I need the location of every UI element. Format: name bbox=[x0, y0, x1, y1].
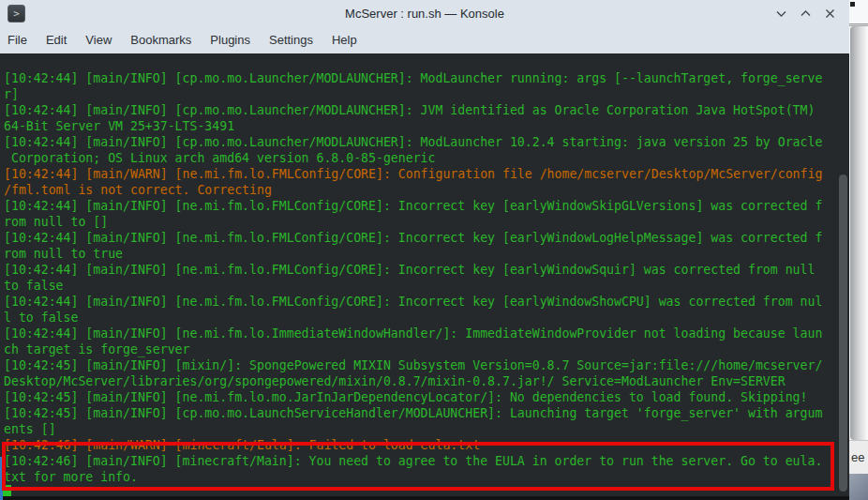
menu-plugins[interactable]: Plugins bbox=[202, 26, 258, 53]
log-line: [10:42:45] [main/INFO] [mixin/]: SpongeP… bbox=[4, 357, 849, 373]
log-line: [10:42:46] [main/INFO] [minecraft/Main]:… bbox=[4, 453, 849, 469]
log-line: [10:42:44] [main/INFO] [ne.mi.fm.lo.FMLC… bbox=[4, 262, 849, 278]
window-bottom-edge bbox=[0, 496, 849, 500]
window-title: McServer : run.sh — Konsole bbox=[0, 0, 849, 26]
log-line: Desktop/McServer/libraries/org/spongepow… bbox=[4, 373, 849, 389]
log-line: rom null to [] bbox=[4, 214, 849, 230]
log-line: l to false bbox=[4, 310, 849, 326]
maximize-button[interactable] bbox=[800, 8, 812, 20]
log-line: Corporation; OS Linux arch amd64 version… bbox=[4, 150, 849, 166]
terminal-output[interactable]: [10:42:44] [main/INFO] [cp.mo.mo.Launche… bbox=[0, 53, 849, 500]
log-line: [10:42:44] [main/INFO] [cp.mo.mo.Launche… bbox=[4, 134, 849, 150]
log-line: [10:42:45] [main/INFO] [cp.mo.mo.LaunchS… bbox=[4, 405, 849, 421]
terminal-scrollbar[interactable] bbox=[837, 53, 848, 500]
minimize-button[interactable] bbox=[775, 8, 787, 20]
log-line: [10:42:46] [main/WARN] [minecraft/Eula]:… bbox=[4, 437, 849, 453]
chevron-down-icon bbox=[775, 8, 787, 20]
menu-view[interactable]: View bbox=[78, 26, 119, 53]
log-line: r] bbox=[4, 86, 849, 102]
scrollbar-thumb[interactable] bbox=[839, 174, 847, 492]
window-controls bbox=[775, 0, 836, 26]
log-line: [10:42:44] [main/INFO] [cp.mo.mo.Launche… bbox=[4, 102, 849, 118]
log-line: [10:42:44] [main/INFO] [ne.mi.fm.lo.FMLC… bbox=[4, 198, 849, 214]
log-line: ents [] bbox=[4, 421, 849, 437]
chevron-up-icon bbox=[800, 8, 812, 20]
konsole-app-icon[interactable]: > bbox=[7, 5, 25, 23]
terminal-prompt-icon: > bbox=[13, 8, 20, 20]
log-line: [10:42:44] [main/INFO] [ne.mi.fm.lo.Imme… bbox=[4, 326, 849, 341]
log-line: [10:42:44] [main/WARN] [ne.mi.fm.lo.FMLC… bbox=[4, 166, 849, 182]
close-button[interactable] bbox=[824, 8, 836, 20]
log-line: [10:42:44] [main/INFO] [ne.mi.fm.lo.FMLC… bbox=[4, 230, 849, 246]
log-line: /fml.toml is not correct. Correcting bbox=[4, 182, 849, 198]
log-line: to false bbox=[4, 278, 849, 294]
menu-help[interactable]: Help bbox=[324, 26, 365, 53]
log-line: rom null to true bbox=[4, 246, 849, 262]
close-icon bbox=[824, 8, 836, 20]
konsole-window: > McServer : run.sh — Konsole bbox=[0, 0, 849, 500]
terminal-lines: [10:42:44] [main/INFO] [cp.mo.mo.Launche… bbox=[0, 53, 849, 485]
background-window-corner bbox=[849, 474, 868, 500]
title-bar[interactable]: > McServer : run.sh — Konsole bbox=[0, 0, 849, 26]
menu-bar: File Edit View Bookmarks Plugins Setting… bbox=[0, 26, 365, 53]
background-window-strip[interactable]: ee bbox=[849, 0, 868, 500]
menu-settings[interactable]: Settings bbox=[262, 26, 321, 53]
background-window-mark bbox=[850, 2, 855, 7]
menu-file[interactable]: File bbox=[0, 26, 35, 53]
log-line: [10:42:44] [main/INFO] [ne.mi.fm.lo.FMLC… bbox=[4, 294, 849, 310]
scroll-position-indicator bbox=[0, 457, 3, 500]
menu-bookmarks[interactable]: Bookmarks bbox=[123, 26, 199, 53]
window-header: > McServer : run.sh — Konsole bbox=[0, 0, 849, 53]
menu-edit[interactable]: Edit bbox=[38, 26, 74, 53]
desktop-screen: > McServer : run.sh — Konsole bbox=[0, 0, 868, 500]
log-line: txt for more info. bbox=[4, 469, 849, 485]
background-window-scrollbar bbox=[850, 26, 868, 440]
log-line: [10:42:45] [main/INFO] [ne.mi.fm.lo.mo.J… bbox=[4, 389, 849, 405]
log-line: ch target is forge_server bbox=[4, 341, 849, 357]
log-line: 64-Bit Server VM 25+37-LTS-3491 bbox=[4, 118, 849, 134]
background-window-label: ee bbox=[849, 440, 868, 474]
log-line: [10:42:44] [main/INFO] [cp.mo.mo.Launche… bbox=[4, 70, 849, 86]
